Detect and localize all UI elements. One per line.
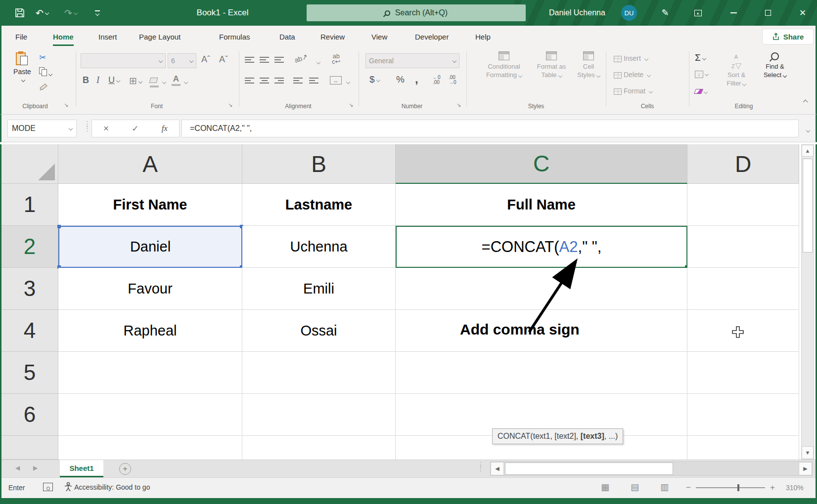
scroll-down-button[interactable]: ▼ [802, 446, 814, 459]
coming-soon-button[interactable]: ✎ [654, 0, 677, 26]
cell-b3[interactable]: Emili [242, 268, 396, 310]
cell-d7[interactable] [687, 436, 799, 460]
autosum-button[interactable]: Σ [695, 52, 706, 63]
tab-help[interactable]: Help [475, 26, 491, 47]
fill-color-dropdown[interactable] [161, 77, 166, 86]
formula-input[interactable]: =CONCAT(A2," ", [182, 120, 799, 137]
zoom-slider-thumb[interactable] [737, 484, 739, 491]
bold-button[interactable]: B [83, 75, 89, 85]
merge-center-button[interactable]: ↔ [330, 76, 342, 84]
decrease-font-button[interactable]: Aˇ [219, 54, 228, 65]
zoom-out-button[interactable]: − [686, 483, 691, 493]
clipboard-dialog-launcher[interactable]: ↘ [64, 102, 68, 108]
cell-c1[interactable]: Full Name [396, 184, 687, 226]
cell-a7[interactable] [58, 436, 242, 460]
delete-cells-button[interactable]: Delete [614, 71, 650, 79]
row-header-3[interactable]: 3 [1, 268, 58, 310]
cell-a5[interactable] [58, 352, 242, 394]
orientation-dropdown[interactable] [315, 57, 320, 66]
font-size-combo[interactable]: 6 [168, 53, 196, 68]
format-as-table-button[interactable]: Format as Table [528, 51, 575, 79]
align-top-button[interactable] [245, 55, 254, 66]
find-select-button[interactable]: Find & Select [755, 52, 795, 79]
avatar[interactable]: DU [621, 5, 637, 21]
cell-c5[interactable] [396, 352, 687, 394]
vertical-scroll-thumb[interactable] [803, 159, 813, 252]
cell-d2[interactable] [687, 226, 799, 268]
sort-filter-button[interactable]: AZ▽ Sort & Filter [718, 52, 755, 87]
wrap-text-button[interactable]: abc↩ [332, 53, 340, 64]
clear-button[interactable] [695, 87, 707, 96]
sheet-nav-left-icon[interactable]: ◀ [15, 464, 20, 471]
tab-review[interactable]: Review [320, 26, 345, 47]
minimize-button[interactable] [722, 0, 745, 26]
cell-b7[interactable] [242, 436, 396, 460]
view-page-layout-icon[interactable]: ▤ [631, 482, 639, 493]
close-button[interactable]: × [791, 0, 814, 26]
tab-insert[interactable]: Insert [98, 26, 117, 47]
cell-d1[interactable] [687, 184, 799, 226]
align-right-button[interactable] [274, 76, 284, 87]
increase-font-button[interactable]: Aˆ [201, 54, 210, 65]
cell-a4[interactable]: Rapheal [58, 310, 242, 352]
decrease-indent-button[interactable] [293, 76, 303, 87]
tab-developer[interactable]: Developer [415, 26, 449, 47]
vertical-scrollbar[interactable]: ▲ ▼ [801, 144, 814, 460]
enter-check-icon[interactable]: ✓ [132, 124, 138, 134]
cell-b6[interactable] [242, 394, 396, 436]
undo-button[interactable]: ↶ [36, 0, 48, 26]
share-button[interactable]: Share [762, 29, 814, 44]
align-left-button[interactable] [245, 76, 254, 87]
row-header-2[interactable]: 2 [1, 226, 58, 268]
conditional-formatting-button[interactable]: Conditional Formatting [475, 51, 533, 79]
cell-d5[interactable] [687, 352, 799, 394]
zoom-level[interactable]: 310% [786, 484, 804, 492]
select-all-corner[interactable] [1, 144, 58, 184]
number-dialog-launcher[interactable]: ↘ [456, 102, 461, 108]
font-color-dropdown[interactable] [182, 77, 187, 86]
row-header-partial[interactable] [1, 436, 58, 460]
column-header-b[interactable]: B [242, 144, 396, 184]
zoom-in-button[interactable]: + [770, 483, 775, 493]
new-sheet-button[interactable]: + [119, 463, 131, 475]
insert-cells-button[interactable]: Insert [614, 54, 648, 62]
tab-data[interactable]: Data [279, 26, 295, 47]
view-normal-icon[interactable]: ▦ [601, 482, 609, 493]
accessibility-checker[interactable]: Accessibility: Good to go [64, 482, 150, 492]
cancel-icon[interactable]: × [103, 123, 109, 134]
search-box[interactable]: Search (Alt+Q) [307, 4, 526, 21]
cell-a6[interactable] [58, 394, 242, 436]
font-dialog-launcher[interactable]: ↘ [228, 102, 232, 108]
column-header-c[interactable]: C [396, 144, 687, 184]
format-cells-button[interactable]: Format [614, 87, 652, 95]
align-bottom-button[interactable] [274, 55, 284, 66]
sheet-tab-sheet1[interactable]: Sheet1 [60, 460, 103, 477]
row-header-1[interactable]: 1 [1, 184, 58, 226]
collapse-ribbon-button[interactable] [804, 97, 807, 106]
customize-quick-access-button[interactable] [95, 0, 100, 26]
comma-style-button[interactable]: , [415, 72, 418, 86]
percent-button[interactable]: % [396, 74, 405, 85]
tab-scroll-splitter[interactable]: ⋮⋮ [477, 462, 484, 470]
tab-file[interactable]: File [15, 26, 27, 47]
row-header-6[interactable]: 6 [1, 394, 58, 436]
paste-button[interactable]: Paste [9, 51, 35, 84]
row-header-5[interactable]: 5 [1, 352, 58, 394]
cut-button[interactable]: ✂ [39, 52, 46, 63]
cell-d3[interactable] [687, 268, 799, 310]
scroll-up-button[interactable]: ▲ [802, 145, 814, 157]
cell-b1[interactable]: Lastname [242, 184, 396, 226]
cell-a2-referenced[interactable]: Daniel [58, 226, 242, 268]
ribbon-display-options-button[interactable]: ▴ [686, 0, 709, 26]
sheet-nav-right-icon[interactable]: ▶ [33, 464, 38, 471]
cell-a3[interactable]: Favour [58, 268, 242, 310]
decrease-decimal-button[interactable]: .00→0 [449, 75, 456, 85]
tab-view[interactable]: View [371, 26, 387, 47]
zoom-slider[interactable] [696, 487, 765, 488]
save-button[interactable] [15, 0, 25, 26]
column-header-d[interactable]: D [687, 144, 799, 184]
fill-button[interactable]: ↓ [695, 69, 708, 78]
tab-formulas[interactable]: Formulas [219, 26, 250, 47]
format-painter-button[interactable] [39, 83, 48, 93]
borders-button[interactable]: ⊞ [129, 75, 142, 86]
